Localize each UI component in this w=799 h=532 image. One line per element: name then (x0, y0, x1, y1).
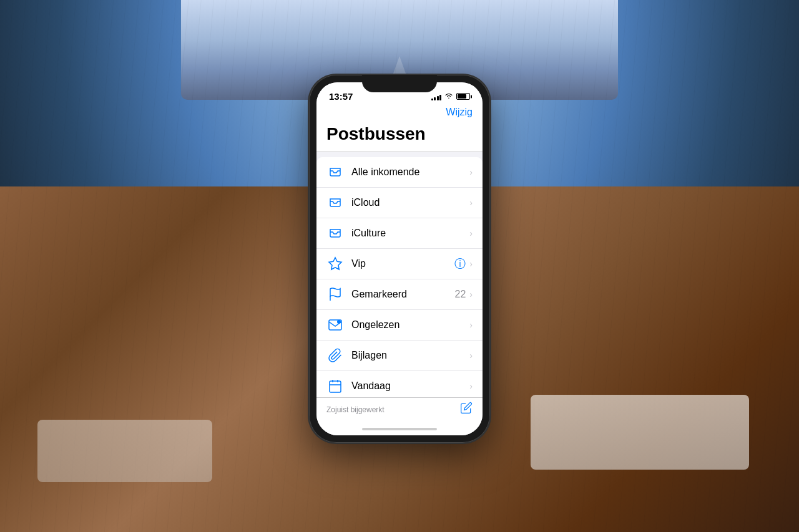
chevron-icon: › (469, 198, 473, 208)
mailbox-list[interactable]: Alle inkomende › (316, 152, 483, 397)
list-item[interactable]: Ongelezen › (316, 310, 483, 341)
chevron-icon: › (469, 381, 473, 391)
item-content: Ongelezen (351, 319, 469, 331)
item-right: › (469, 320, 473, 330)
item-label: Bijlagen (351, 350, 469, 361)
chevron-icon: › (469, 320, 473, 330)
calendar-icon (326, 377, 344, 395)
item-right: ⓘ › (454, 256, 473, 271)
status-time: 13:57 (329, 91, 353, 102)
chevron-icon: › (469, 351, 473, 360)
keyboard-bg-left (37, 420, 212, 482)
item-content: iCulture (351, 228, 469, 239)
icloud-inbox-icon (326, 194, 344, 211)
battery-fill (458, 94, 466, 99)
info-icon[interactable]: ⓘ (454, 256, 466, 271)
signal-icon (431, 93, 442, 100)
chevron-icon: › (469, 228, 473, 238)
paperclip-icon (326, 347, 344, 364)
notch (362, 75, 437, 92)
flag-icon (326, 286, 344, 303)
item-content: iCloud (351, 197, 469, 208)
badge-count: 22 (455, 289, 466, 300)
list-item[interactable]: Gemarkeerd 22 › (316, 279, 483, 310)
item-label: Alle inkomende (351, 167, 469, 178)
iphone-device: 13:57 (309, 75, 490, 443)
battery-icon (456, 93, 470, 100)
svg-marker-0 (329, 258, 341, 269)
compose-button[interactable] (460, 402, 473, 418)
item-right: 22 › (455, 289, 473, 300)
item-label: Ongelezen (351, 319, 469, 331)
keyboard-bg-right (531, 395, 749, 470)
item-content: Alle inkomende (351, 167, 469, 178)
svg-point-3 (337, 320, 341, 324)
vip-star-icon (326, 255, 344, 273)
list-item[interactable]: Bijlagen › (316, 341, 483, 371)
sync-status: Zojuist bijgewerkt (326, 405, 385, 414)
item-content: Gemarkeerd (351, 289, 455, 300)
item-right: › (469, 198, 473, 208)
navigation-bar: Wijzig (316, 104, 483, 123)
chevron-icon: › (469, 259, 473, 269)
wifi-icon (444, 92, 453, 100)
iculture-inbox-icon (326, 225, 344, 242)
list-item[interactable]: Alle inkomende › (316, 157, 483, 188)
item-right: › (469, 228, 473, 238)
chevron-icon: › (469, 289, 473, 299)
item-right: › (469, 167, 473, 177)
phone-wrapper: 13:57 (309, 75, 490, 443)
edit-button[interactable]: Wijzig (446, 107, 473, 118)
home-bar (362, 428, 437, 430)
item-label: Vip (351, 258, 454, 269)
phone-screen: 13:57 (316, 82, 483, 435)
item-content: Vandaag (351, 380, 469, 392)
unread-envelope-icon (326, 316, 344, 334)
inbox-all-icon (326, 163, 344, 181)
mailboxes-section: Alle inkomende › (316, 157, 483, 397)
item-content: Bijlagen (351, 350, 469, 361)
list-item[interactable]: Vandaag › (316, 371, 483, 397)
page-title: Postbussen (326, 124, 473, 144)
list-item[interactable]: iCulture › (316, 218, 483, 249)
item-right: › (469, 351, 473, 360)
home-indicator (316, 423, 483, 435)
item-label: iCulture (351, 228, 469, 239)
list-item[interactable]: Vip ⓘ › (316, 249, 483, 279)
svg-rect-4 (330, 381, 341, 392)
item-content: Vip (351, 258, 454, 269)
bottom-toolbar: Zojuist bijgewerkt (316, 397, 483, 423)
item-label: Gemarkeerd (351, 289, 455, 300)
status-icons (431, 92, 471, 100)
item-label: Vandaag (351, 380, 469, 392)
page-title-section: Postbussen (316, 123, 483, 152)
chevron-icon: › (469, 167, 473, 177)
item-right: › (469, 381, 473, 391)
list-item[interactable]: iCloud › (316, 188, 483, 218)
item-label: iCloud (351, 197, 469, 208)
